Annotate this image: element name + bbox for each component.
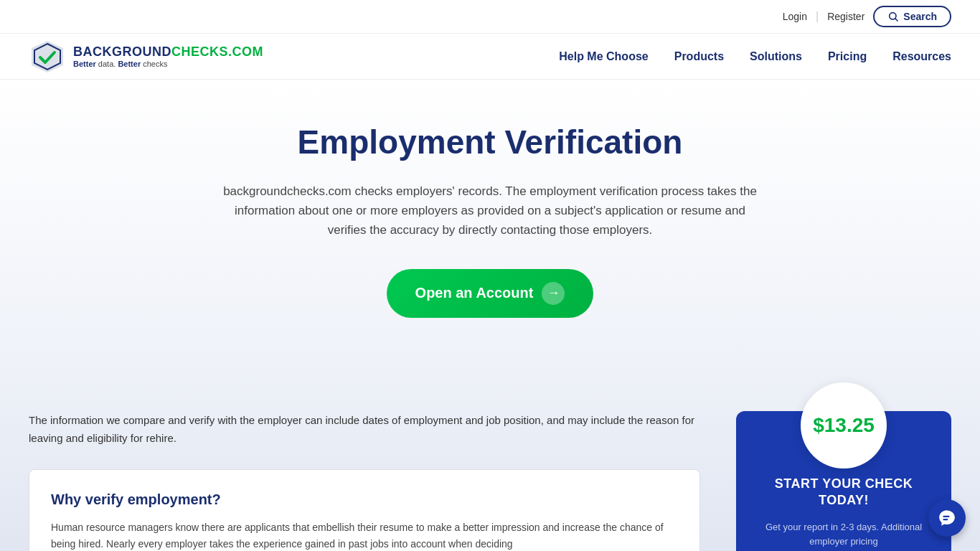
logo-subtitle-better1: Better — [73, 60, 96, 68]
price-amount: $13.25 — [813, 414, 875, 437]
top-bar: Login | Register Search — [0, 0, 980, 34]
logo-subtitle-data: data. — [96, 60, 118, 68]
nav-links: Help Me Choose Products Solutions Pricin… — [559, 50, 951, 63]
why-box: Why verify employment? Human resource ma… — [29, 469, 700, 551]
price-circle: $13.25 — [801, 382, 887, 468]
hero-description: backgroundchecks.com checks employers' r… — [217, 182, 763, 240]
divider: | — [816, 10, 819, 23]
card-subtitle: Get your report in 2-3 days. Additional … — [753, 520, 934, 548]
logo-icon — [29, 38, 66, 75]
open-account-label: Open an Account — [415, 285, 534, 301]
search-icon — [887, 11, 899, 22]
nav-item-solutions[interactable]: Solutions — [750, 50, 802, 63]
hero-section: Employment Verification backgroundchecks… — [0, 80, 980, 375]
svg-line-1 — [895, 19, 897, 21]
nav-item-resources[interactable]: Resources — [892, 50, 951, 63]
nav-item-products[interactable]: Products — [674, 50, 724, 63]
search-button[interactable]: Search — [873, 6, 951, 27]
price-card: $13.25 START YOUR CHECK TODAY! Get your … — [736, 411, 951, 551]
nav-link-help[interactable]: Help Me Choose — [559, 50, 648, 62]
info-text: The information we compare and verify wi… — [29, 411, 700, 448]
logo-text: BACKGROUNDCHECKS.COM Better data. Better… — [73, 44, 263, 68]
card-cta: START YOUR CHECK TODAY! — [753, 476, 934, 509]
open-account-button[interactable]: Open an Account → — [387, 269, 594, 318]
nav-link-products[interactable]: Products — [674, 50, 724, 62]
main-nav: BACKGROUNDCHECKS.COM Better data. Better… — [0, 34, 980, 80]
left-content: The information we compare and verify wi… — [29, 411, 700, 551]
register-link[interactable]: Register — [827, 11, 864, 22]
why-text: Human resource managers know there are a… — [51, 519, 678, 551]
svg-marker-2 — [32, 41, 63, 72]
card-body: START YOUR CHECK TODAY! Get your report … — [736, 461, 951, 551]
nav-link-resources[interactable]: Resources — [892, 50, 951, 62]
logo-subtitle: Better data. Better checks — [73, 60, 263, 68]
logo-title-blue: BACKGROUND — [73, 44, 171, 59]
logo[interactable]: BACKGROUNDCHECKS.COM Better data. Better… — [29, 38, 263, 75]
why-heading: Why verify employment? — [51, 491, 678, 508]
nav-link-solutions[interactable]: Solutions — [750, 50, 802, 62]
nav-item-pricing[interactable]: Pricing — [828, 50, 867, 63]
lower-section: The information we compare and verify wi… — [0, 375, 980, 551]
logo-subtitle-checks: checks — [141, 60, 167, 68]
logo-subtitle-better2: Better — [118, 60, 141, 68]
login-link[interactable]: Login — [783, 11, 807, 22]
chat-icon — [938, 509, 956, 527]
page-title: Employment Verification — [29, 123, 951, 161]
search-label: Search — [903, 11, 937, 22]
logo-title-green: CHECKS.COM — [171, 44, 263, 59]
chat-bubble[interactable] — [928, 499, 966, 537]
logo-title: BACKGROUNDCHECKS.COM — [73, 44, 263, 60]
nav-item-help[interactable]: Help Me Choose — [559, 50, 648, 63]
arrow-icon: → — [542, 282, 565, 305]
nav-link-pricing[interactable]: Pricing — [828, 50, 867, 62]
